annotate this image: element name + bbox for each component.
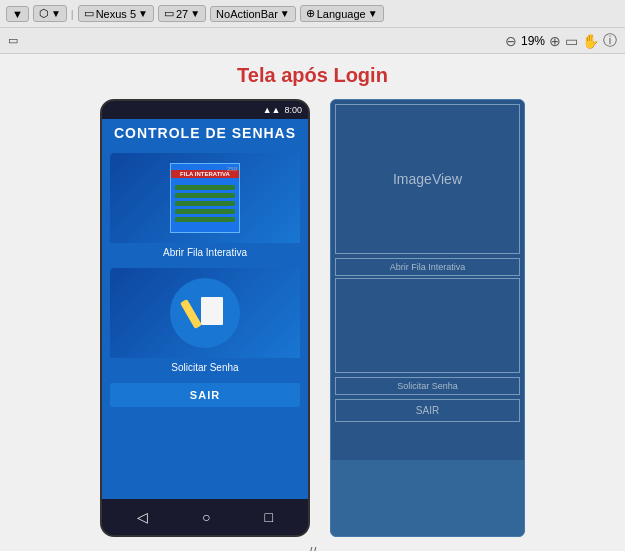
fila-image-content: FILA INTERATIVA 250	[170, 163, 240, 233]
zoom-level: 19%	[521, 34, 545, 48]
wireframe-sair-btn[interactable]: SAIR	[335, 399, 520, 422]
device-name: Nexus 5	[96, 8, 136, 20]
zoom-controls: ⊖ 19% ⊕ ▭ ✋ ⓘ	[505, 32, 617, 50]
fila-lines	[171, 181, 239, 226]
page-title: Tela após Login	[237, 64, 388, 87]
language-icon: ⊕	[306, 7, 315, 20]
theme-selector[interactable]: NoActionBar ▼	[210, 6, 296, 22]
wireframe-imageview: ImageView	[335, 104, 520, 254]
language-selector[interactable]: ⊕ Language ▼	[300, 5, 384, 22]
phone2-screen: ImageView Abrir Fila Interativa Solicita…	[331, 100, 524, 460]
avd-icon: ▼	[12, 8, 23, 20]
back-nav-icon[interactable]: ◁	[137, 509, 148, 525]
wireframe-btn-solicitar[interactable]: Solicitar Senha	[335, 377, 520, 395]
card-fila-interativa[interactable]: FILA INTERATIVA 250 Abrir Fila Intera	[110, 153, 300, 262]
fila-line-5	[175, 217, 235, 222]
scroll-arrow: //	[309, 545, 317, 551]
fila-number: 250	[227, 166, 237, 172]
warning-icon[interactable]: ⓘ	[603, 32, 617, 50]
fila-line-4	[175, 209, 235, 214]
fila-line-1	[175, 185, 235, 190]
phone1-header: CONTROLE DE SENHAS	[102, 119, 308, 147]
main-content: Tela após Login ▲▲ 8:00 CONTROLE DE SENH…	[0, 54, 625, 551]
secondary-toolbar: ▭ ⊖ 19% ⊕ ▭ ✋ ⓘ	[0, 28, 625, 54]
phones-container: ▲▲ 8:00 CONTROLE DE SENHAS FILA INTERATI…	[100, 99, 525, 537]
chevron-down-icon4: ▼	[280, 8, 290, 19]
wireframe-btn-fila[interactable]: Abrir Fila Interativa	[335, 258, 520, 276]
fila-line-3	[175, 201, 235, 206]
wifi-icon: ▲▲	[263, 105, 281, 115]
imageview-label: ImageView	[393, 171, 462, 187]
status-bar: ▲▲ 8:00	[102, 101, 308, 119]
chevron-down-icon5: ▼	[368, 8, 378, 19]
pencil-paper-icon	[185, 293, 225, 333]
phone1-nav: ◁ ○ □	[102, 499, 308, 535]
api-selector[interactable]: ▭ 27 ▼	[158, 5, 206, 22]
zoom-in-icon[interactable]: ⊕	[549, 33, 561, 49]
layout-icon: ▭	[8, 34, 18, 47]
zoom-out-icon[interactable]: ⊖	[505, 33, 517, 49]
language-label: Language	[317, 8, 366, 20]
recents-nav-icon[interactable]: □	[265, 509, 273, 525]
theme-label: NoActionBar	[216, 8, 278, 20]
card1-label: Abrir Fila Interativa	[110, 243, 300, 262]
top-toolbar: ▼ ⬡ ▼ | ▭ Nexus 5 ▼ ▭ 27 ▼ NoActionBar ▼…	[0, 0, 625, 28]
phone1-header-text: CONTROLE DE SENHAS	[106, 125, 304, 141]
avd-dropdown[interactable]: ▼	[6, 6, 29, 22]
sair-button[interactable]: SAIR	[110, 383, 300, 407]
debug-icon: ⬡	[39, 7, 49, 20]
pencil-shape	[180, 299, 202, 329]
paper-shape	[201, 297, 223, 325]
card-solicitar-senha[interactable]: Solicitar Senha	[110, 268, 300, 377]
solicitar-image-content	[170, 278, 240, 348]
device-selector[interactable]: ▭ Nexus 5 ▼	[78, 5, 154, 22]
status-time: 8:00	[284, 105, 302, 115]
debug-btn[interactable]: ⬡ ▼	[33, 5, 67, 22]
api-icon: ▭	[164, 7, 174, 20]
chevron-down-icon: ▼	[51, 8, 61, 19]
phone1-device: ▲▲ 8:00 CONTROLE DE SENHAS FILA INTERATI…	[100, 99, 310, 537]
chevron-down-icon3: ▼	[190, 8, 200, 19]
layout-icon-item: ▭	[8, 34, 18, 47]
wireframe-box2	[335, 278, 520, 373]
card2-image	[110, 268, 300, 358]
card2-label: Solicitar Senha	[110, 358, 300, 377]
fila-line-2	[175, 193, 235, 198]
api-level: 27	[176, 8, 188, 20]
chevron-down-icon2: ▼	[138, 8, 148, 19]
sep1: |	[71, 8, 74, 20]
card1-image: FILA INTERATIVA 250	[110, 153, 300, 243]
home-nav-icon[interactable]: ○	[202, 509, 210, 525]
pan-icon[interactable]: ✋	[582, 33, 599, 49]
phone1-screen: CONTROLE DE SENHAS FILA INTERATIVA 250	[102, 119, 308, 499]
fit-screen-icon[interactable]: ▭	[565, 33, 578, 49]
phone2-wireframe: ImageView Abrir Fila Interativa Solicita…	[330, 99, 525, 537]
phone-icon: ▭	[84, 7, 94, 20]
